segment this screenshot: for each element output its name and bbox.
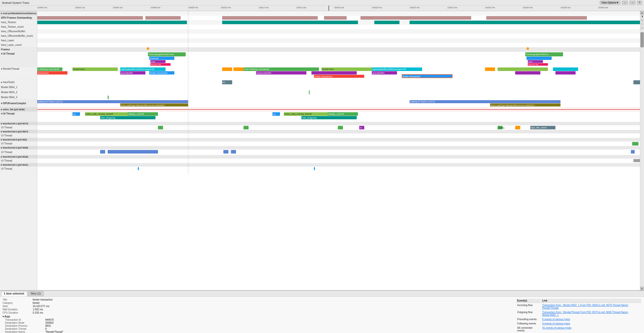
svg-rect-13 (360, 16, 471, 20)
svg-rect-123 (37, 163, 640, 167)
render-thread-label: ▾ RenderThread (0, 67, 37, 80)
event-preceding-link[interactable]: 6 events of various types (542, 318, 570, 321)
args-header: ▾ Args (3, 315, 506, 318)
scroll-up-button[interactable]: ▲ (640, 11, 644, 15)
app-title: Android System Trace (2, 1, 29, 4)
svg-rect-68 (515, 71, 540, 75)
detail-category-value: binder (33, 302, 40, 304)
event-following-label: Following events (516, 322, 541, 325)
detail-title-label: Title (3, 298, 33, 301)
detail-wall-value: 1.502 ms (33, 308, 43, 311)
ruler-tick-8: 15416 ms (334, 6, 344, 9)
nav-forward-button[interactable]: → (629, 1, 635, 5)
svg-rect-120 (631, 150, 635, 154)
svg-rect-103 (244, 126, 249, 129)
svg-rect-73 (309, 90, 310, 94)
help-button[interactable]: ? (637, 1, 642, 5)
event-outgoing-link[interactable]: Transaction from : RenderThread From PID… (542, 311, 628, 316)
svg-rect-67 (553, 67, 578, 71)
event-all-label: All connected events (516, 326, 541, 332)
svg-rect-113 (37, 138, 640, 141)
zoom-out-tool[interactable]: − (640, 22, 644, 26)
svg-rect-72 (633, 80, 640, 84)
bottom-content: Title binder transaction Category binder… (0, 297, 644, 333)
svg-text:mdss_mdp_overlay_kickoff: mdss_mdp_overlay_kickoff (86, 113, 113, 115)
hwui-layer-label: hwui_Layer: (0, 38, 37, 43)
svg-text:Record Vie...: Record Vie... (528, 63, 540, 66)
detail-section: Title binder transaction Category binder… (3, 298, 506, 331)
svg-rect-48 (222, 67, 232, 71)
scroll-thumb[interactable] (640, 32, 644, 47)
time-marker: 15.77 ms (329, 6, 329, 11)
link-col-header: Link (541, 299, 641, 303)
detail-title-row: Title binder transaction (3, 298, 506, 301)
tab-slice[interactable]: Slice (1) (28, 291, 44, 297)
ruler-tick-3: 15406 ms (150, 6, 160, 9)
svg-text:draw: draw (151, 61, 155, 63)
svg-rect-12 (324, 16, 347, 20)
event-following-link[interactable]: 8 events of various types (542, 322, 570, 325)
svg-rect-116 (100, 150, 105, 154)
svg-text:waiting for frame 113713: waiting for frame 113713 (37, 100, 63, 103)
svg-text:wait_pingpong: wait_pingpong (100, 117, 115, 119)
fit-tool[interactable]: ↔ (640, 26, 644, 30)
ui-thread-5-label: UI Thread (0, 141, 37, 146)
svg-rect-18 (410, 21, 640, 24)
binder-1-label: Binder:9564_1 (0, 85, 37, 90)
nav-back-button[interactable]: ← (622, 1, 628, 5)
svg-text:mp: mp (273, 113, 276, 115)
view-options-button[interactable]: View Options▼ (600, 1, 621, 5)
svg-rect-118 (223, 150, 228, 154)
ruler-tick-6: 15412 ms (259, 6, 269, 9)
svg-rect-14 (486, 16, 587, 20)
svg-rect-69 (555, 71, 576, 75)
ruler-tick-13: 15426 ms (523, 6, 533, 9)
svg-rect-4 (37, 29, 640, 34)
scroll-down-button[interactable]: ▼ (640, 287, 644, 290)
detail-category-row: Category binder (3, 302, 506, 304)
svg-point-20 (527, 47, 529, 50)
svg-rect-104 (338, 126, 343, 129)
arg-dest-process: Destination Process 6832 (3, 324, 506, 327)
arg-dest-thread-label: Destination Thread (5, 327, 45, 330)
svg-text:dequeueBuffer: dequeueBuffer (257, 72, 271, 74)
ui-thread-label: ▾ UI Thread (0, 52, 37, 67)
titlebar: Android System Trace View Options▼ ← → ? (0, 0, 644, 6)
arg-dest-name-value: "RenderThread" (45, 330, 63, 333)
svg-text:Choreographer#doFrame: Choreographer#doFrame (148, 53, 174, 56)
hwui-task1-label: ▸ hwuiTask1 (0, 80, 37, 85)
ui-thread-2-label: ▾ UI Thread (0, 112, 37, 122)
svg-text:flush drawing commands: flush drawing commands (244, 68, 269, 70)
trace-svg: Choreographer#doFrame traversal draw Rec… (37, 11, 640, 290)
hwui-offscreen-count-label: hwui_OffscreenBuffer_count: (0, 34, 37, 38)
frames-label: Frames (0, 47, 37, 52)
hwui-texture-label: hwui_Texture: (0, 20, 37, 25)
arg-transaction-id-label: Transaction Id (5, 318, 45, 321)
cursor-tool[interactable]: ⬆ (640, 15, 644, 18)
tab-selection[interactable]: 1 item selected: (1, 291, 27, 297)
ruler-tick-2: 15404 ms (113, 6, 123, 9)
svg-text:A drawing commands: A drawing commands (38, 68, 60, 70)
event-all-link[interactable]: 41 events of various types (542, 326, 571, 329)
tracks: ▸ com.prefabulated.touchlatency (pid 956… (0, 11, 644, 290)
svg-text:do: do (360, 127, 362, 129)
vertical-scrollbar[interactable]: ▲ ⬆ + − ↔ ▼ (640, 11, 644, 290)
scroll-track[interactable] (640, 30, 644, 287)
mdss-fb0-label: ▸ mdss_fb0 (pid 6848) (0, 107, 37, 112)
svg-rect-15 (37, 21, 187, 24)
svg-text:Choreographer#doFra...: Choreographer#doFra... (526, 53, 550, 56)
hwui-offscreen-label: hwui_OffscreenBuffer: (0, 29, 37, 34)
content-column[interactable]: Choreographer#doFrame traversal draw Rec… (37, 11, 640, 290)
kworker-9673-label: ▸ kworker/u8:1 (pid 9673) (0, 122, 37, 125)
events-col-header: Event(s) (516, 299, 541, 303)
ruler-tick-0: 15400 ms (37, 6, 47, 9)
titlebar-controls: View Options▼ ← → ? (600, 1, 642, 5)
zoom-in-tool[interactable]: + (640, 18, 644, 22)
ui-thread-3-label: UI Thread (0, 125, 37, 130)
svg-rect-112 (37, 130, 640, 133)
svg-rect-6 (37, 38, 640, 43)
event-incoming-link[interactable]: Transaction from : Binder:6832_1 From PI… (542, 304, 628, 309)
detail-title-value: binder transaction (33, 298, 53, 301)
svg-text:mp: mp (73, 113, 76, 115)
app: Android System Trace View Options▼ ← → ?… (0, 0, 644, 333)
